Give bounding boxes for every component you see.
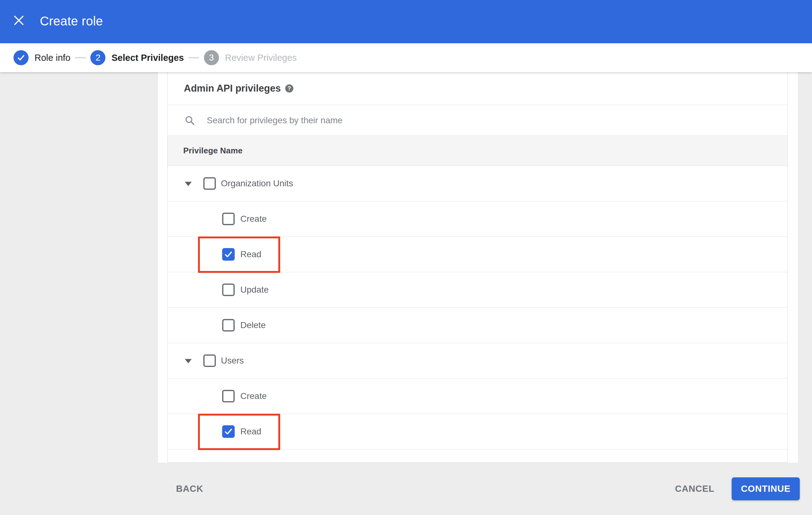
continue-button[interactable]: CONTINUE [732, 477, 800, 500]
privilege-label: Read [240, 249, 261, 260]
close-icon[interactable] [14, 16, 24, 25]
step-separator [75, 57, 86, 58]
selection-highlight-box [198, 237, 280, 273]
table-header: Privilege Name [168, 135, 787, 166]
privilege-label: Read [240, 427, 261, 436]
privilege-label: Delete [240, 320, 266, 330]
app-bar: Create role [0, 0, 812, 43]
privilege-checkbox[interactable] [203, 355, 216, 367]
step-label: Review Privileges [225, 53, 297, 63]
step-label: Select Privileges [111, 53, 184, 63]
search-row [168, 105, 787, 135]
privilege-row: Organization Units [168, 166, 787, 201]
left-background-panel [0, 72, 158, 515]
privilege-row: Delete [168, 308, 787, 343]
selection-highlight-box [198, 414, 280, 450]
privilege-checkbox[interactable] [222, 425, 235, 438]
step-number-badge: 2 [90, 50, 106, 65]
checkmark-icon [224, 427, 233, 436]
privilege-row: Users [168, 343, 787, 378]
privilege-row: Update [168, 272, 787, 308]
privilege-checkbox[interactable] [222, 283, 235, 296]
privilege-label: Create [240, 391, 267, 401]
right-background-panel [798, 72, 812, 515]
step-separator [188, 57, 199, 58]
step-select-privileges[interactable]: 2 Select Privileges [90, 50, 184, 65]
privilege-checkbox[interactable] [222, 319, 235, 332]
column-header-label: Privilege Name [183, 146, 242, 156]
privilege-row: Create [168, 201, 787, 237]
collapse-caret-icon[interactable] [185, 182, 192, 186]
step-role-info[interactable]: Role info [13, 50, 70, 65]
checkmark-icon [224, 250, 233, 259]
privilege-row: Read [168, 237, 787, 272]
collapse-caret-icon[interactable] [185, 359, 192, 363]
step-complete-check-icon [13, 50, 29, 65]
cancel-button[interactable]: CANCEL [675, 484, 715, 494]
privilege-rows: Organization Units Create Read Update [168, 166, 787, 450]
stepper: Role info 2 Select Privileges 3 Review P… [0, 43, 812, 72]
privilege-checkbox[interactable] [222, 213, 235, 225]
back-button[interactable]: BACK [176, 484, 203, 494]
privilege-label: Update [240, 285, 268, 295]
privilege-checkbox[interactable] [222, 248, 235, 261]
privileges-card: Admin API privileges ? Privilege Name Or… [167, 72, 788, 463]
privilege-checkbox[interactable] [222, 390, 235, 402]
privilege-checkbox[interactable] [203, 177, 216, 190]
privilege-label: Users [221, 356, 244, 366]
dialog-title: Create role [40, 14, 103, 28]
section-header: Admin API privileges ? [168, 72, 787, 105]
help-icon[interactable]: ? [285, 84, 293, 93]
step-number-badge: 3 [204, 50, 219, 65]
search-icon [184, 115, 195, 126]
privilege-row: Read [168, 414, 787, 450]
search-input[interactable] [206, 115, 677, 126]
privilege-row: Create [168, 378, 787, 414]
section-title: Admin API privileges [184, 83, 281, 94]
privilege-label: Create [240, 214, 267, 224]
step-label: Role info [34, 53, 70, 63]
privilege-label: Organization Units [221, 178, 293, 188]
step-review-privileges[interactable]: 3 Review Privileges [204, 50, 297, 65]
